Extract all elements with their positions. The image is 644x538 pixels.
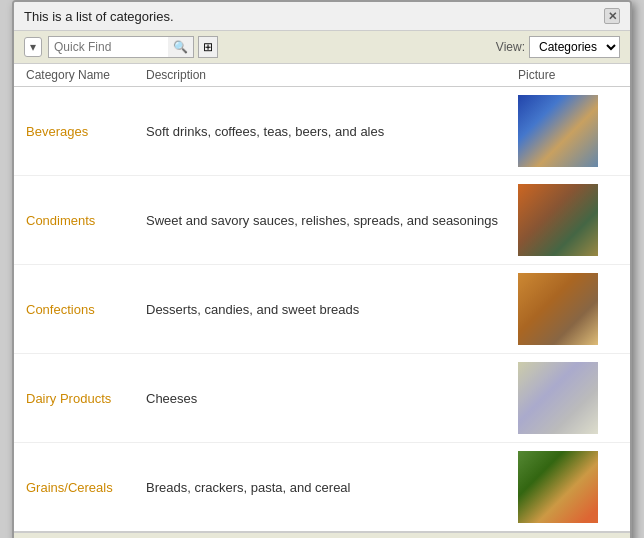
table-row: Dairy Products Cheeses — [14, 354, 630, 443]
toolbar-dropdown-btn[interactable]: ▾ — [24, 37, 42, 57]
col-header-name: Category Name — [26, 68, 146, 82]
category-name-grains-cereals[interactable]: Grains/Cereals — [26, 480, 146, 495]
search-input[interactable] — [48, 36, 168, 58]
category-name-dairy-products[interactable]: Dairy Products — [26, 391, 146, 406]
category-picture-condiments — [518, 184, 598, 256]
view-dropdown[interactable]: Categories List Details — [529, 36, 620, 58]
main-window: This is a list of categories. ✕ ▾ 🔍 ⊞ Vi… — [12, 0, 632, 538]
category-desc-condiments: Sweet and savory sauces, relishes, sprea… — [146, 213, 518, 228]
view-label: View: — [496, 40, 525, 54]
grid-view-button[interactable]: ⊞ — [198, 36, 218, 58]
category-name-confections[interactable]: Confections — [26, 302, 146, 317]
search-icon: 🔍 — [173, 40, 188, 54]
category-desc-confections: Desserts, candies, and sweet breads — [146, 302, 518, 317]
view-selector: View: Categories List Details — [496, 36, 620, 58]
title-bar: This is a list of categories. ✕ — [14, 2, 630, 31]
category-desc-grains-cereals: Breads, crackers, pasta, and cereal — [146, 480, 518, 495]
search-button[interactable]: 🔍 — [168, 36, 194, 58]
table-body: Beverages Soft drinks, coffees, teas, be… — [14, 87, 630, 531]
table-row: Beverages Soft drinks, coffees, teas, be… — [14, 87, 630, 176]
table-row: Condiments Sweet and savory sauces, reli… — [14, 176, 630, 265]
category-picture-confections — [518, 273, 598, 345]
category-desc-beverages: Soft drinks, coffees, teas, beers, and a… — [146, 124, 518, 139]
category-picture-beverages — [518, 95, 598, 167]
category-desc-dairy-products: Cheeses — [146, 391, 518, 406]
category-picture-grains-cereals — [518, 451, 598, 523]
table-row: Grains/Cereals Breads, crackers, pasta, … — [14, 443, 630, 531]
table-row: Confections Desserts, candies, and sweet… — [14, 265, 630, 354]
grid-icon: ⊞ — [203, 40, 213, 54]
toolbar: ▾ 🔍 ⊞ View: Categories List Details — [14, 31, 630, 64]
window-title: This is a list of categories. — [24, 9, 174, 24]
category-picture-dairy-products — [518, 362, 598, 434]
table-header: Category Name Description Picture — [14, 64, 630, 87]
category-name-beverages[interactable]: Beverages — [26, 124, 146, 139]
category-name-condiments[interactable]: Condiments — [26, 213, 146, 228]
col-header-picture: Picture — [518, 68, 618, 82]
close-button[interactable]: ✕ — [604, 8, 620, 24]
search-bar: 🔍 ⊞ — [48, 36, 490, 58]
col-header-description: Description — [146, 68, 518, 82]
pagination-bar: « Previous | Page: 1 2 | Next » | Items … — [14, 531, 630, 538]
